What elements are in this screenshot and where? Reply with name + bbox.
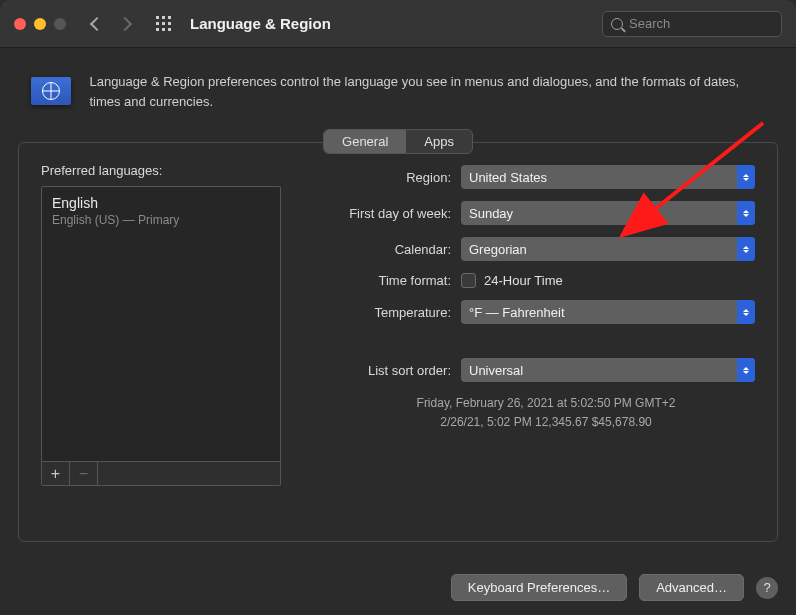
chevron-updown-icon: [737, 358, 755, 382]
close-window-button[interactable]: [14, 18, 26, 30]
help-button[interactable]: ?: [756, 577, 778, 599]
footer: Keyboard Preferences… Advanced… ?: [451, 574, 778, 601]
language-list-footer: + −: [42, 461, 280, 485]
search-icon: [611, 18, 623, 30]
example-line-1: Friday, February 26, 2021 at 5:02:50 PM …: [337, 394, 755, 413]
chevron-updown-icon: [737, 300, 755, 324]
minimize-window-button[interactable]: [34, 18, 46, 30]
first-day-value: Sunday: [469, 206, 513, 221]
24-hour-checkbox[interactable]: [461, 273, 476, 288]
nav-buttons: [92, 19, 130, 29]
zoom-window-button[interactable]: [54, 18, 66, 30]
calendar-label: Calendar:: [307, 242, 461, 257]
language-region-icon: [30, 72, 71, 110]
tab-apps[interactable]: Apps: [406, 130, 472, 153]
calendar-value: Gregorian: [469, 242, 527, 257]
search-field[interactable]: Search: [602, 11, 782, 37]
chevron-updown-icon: [737, 237, 755, 261]
temperature-select[interactable]: °F — Fahrenheit: [461, 300, 755, 324]
24-hour-label: 24-Hour Time: [484, 273, 563, 288]
add-language-button[interactable]: +: [42, 462, 70, 485]
example-line-2: 2/26/21, 5:02 PM 12,345.67 $45,678.90: [337, 413, 755, 432]
remove-language-button: −: [70, 462, 98, 485]
forward-button: [118, 16, 132, 30]
region-label: Region:: [307, 170, 461, 185]
language-name: English: [52, 195, 270, 211]
chevron-updown-icon: [737, 165, 755, 189]
chevron-updown-icon: [737, 201, 755, 225]
first-day-label: First day of week:: [307, 206, 461, 221]
settings-section: Region: United States First day of week:…: [307, 163, 755, 486]
list-sort-label: List sort order:: [307, 363, 461, 378]
first-day-select[interactable]: Sunday: [461, 201, 755, 225]
show-all-icon[interactable]: [156, 16, 172, 32]
advanced-button[interactable]: Advanced…: [639, 574, 744, 601]
preferred-languages-section: Preferred languages: English English (US…: [41, 163, 281, 486]
calendar-select[interactable]: Gregorian: [461, 237, 755, 261]
temperature-value: °F — Fahrenheit: [469, 305, 565, 320]
titlebar: Language & Region Search: [0, 0, 796, 48]
preferred-languages-label: Preferred languages:: [41, 163, 281, 178]
back-button[interactable]: [90, 16, 104, 30]
tab-general[interactable]: General: [324, 130, 406, 153]
language-subtitle: English (US) — Primary: [52, 213, 270, 227]
language-item[interactable]: English English (US) — Primary: [42, 187, 280, 235]
list-sort-select[interactable]: Universal: [461, 358, 755, 382]
window-title: Language & Region: [190, 15, 331, 32]
language-list[interactable]: English English (US) — Primary + −: [41, 186, 281, 486]
temperature-label: Temperature:: [307, 305, 461, 320]
header-description: Language & Region preferences control th…: [89, 72, 760, 111]
header: Language & Region preferences control th…: [0, 48, 796, 129]
general-panel: Preferred languages: English English (US…: [18, 142, 778, 542]
format-example: Friday, February 26, 2021 at 5:02:50 PM …: [307, 394, 755, 432]
region-value: United States: [469, 170, 547, 185]
search-placeholder: Search: [629, 16, 670, 31]
window-controls: [14, 18, 66, 30]
keyboard-preferences-button[interactable]: Keyboard Preferences…: [451, 574, 627, 601]
region-select[interactable]: United States: [461, 165, 755, 189]
list-sort-value: Universal: [469, 363, 523, 378]
time-format-label: Time format:: [307, 273, 461, 288]
